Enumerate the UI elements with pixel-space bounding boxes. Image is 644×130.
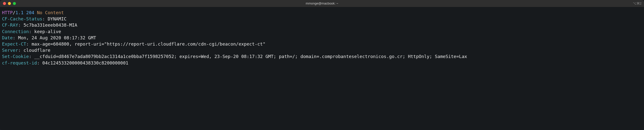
http-header-line: cf-request-id: 04c124533200000438330c820…	[2, 60, 642, 66]
http-status-line: HTTP/1.1 204 No Content	[2, 10, 642, 16]
http-protocol: HTTP	[2, 10, 13, 15]
http-header-value: cloudflare	[24, 48, 50, 53]
http-header-line: Expect-CT: max-age=604800, report-uri="h…	[2, 41, 642, 47]
http-header-value: DYNAMIC	[48, 16, 66, 21]
http-version: 1.1	[16, 10, 24, 15]
terminal-window: mmonge@macbook: ~ ⌥⌘2 HTTP/1.1 204 No Co…	[0, 0, 644, 130]
http-header-value: max-age=604800, report-uri="https://repo…	[32, 41, 266, 47]
zoom-icon[interactable]	[13, 2, 16, 5]
http-header-value: 04c124533200000438330c8200000001	[42, 60, 128, 66]
http-header-line: CF-Cache-Status: DYNAMIC	[2, 16, 642, 22]
http-header-name: Server	[2, 48, 18, 53]
colon: :	[37, 60, 42, 66]
http-header-value: __cfduid=d8467e7ada8079bb2ac1314a1ce0bba…	[34, 54, 467, 59]
http-header-name: CF-RAY	[2, 22, 18, 28]
colon: :	[42, 16, 48, 21]
colon: :	[29, 54, 34, 59]
http-status-code: 204	[26, 10, 34, 15]
http-header-line: CF-RAY: 5c7ba331eeeb0438-MIA	[2, 22, 642, 28]
window-titlebar[interactable]: mmonge@macbook: ~ ⌥⌘2	[0, 0, 644, 7]
http-header-line: Date: Mon, 24 Aug 2020 08:17:32 GMT	[2, 35, 642, 41]
http-header-name: cf-request-id	[2, 60, 37, 66]
colon: :	[29, 29, 34, 34]
close-icon[interactable]	[3, 2, 6, 5]
colon: :	[13, 35, 18, 40]
http-header-line: Set-Cookie: __cfduid=d8467e7ada8079bb2ac…	[2, 53, 642, 59]
window-title: mmonge@macbook: ~	[0, 1, 644, 6]
http-header-name: Set-Cookie	[2, 54, 29, 59]
terminal-output[interactable]: HTTP/1.1 204 No ContentCF-Cache-Status: …	[0, 7, 644, 130]
colon: :	[18, 22, 24, 28]
slash: /	[13, 10, 16, 15]
http-header-name: CF-Cache-Status	[2, 16, 42, 21]
http-header-name: Date	[2, 35, 13, 40]
traffic-lights	[0, 2, 16, 5]
http-header-value: keep-alive	[34, 29, 61, 34]
minimize-icon[interactable]	[8, 2, 11, 5]
colon: :	[26, 41, 32, 47]
http-status-reason: No Content	[37, 10, 64, 15]
http-header-line: Server: cloudflare	[2, 47, 642, 53]
http-header-value: 5c7ba331eeeb0438-MIA	[24, 22, 78, 28]
http-header-name: Expect-CT	[2, 41, 26, 47]
http-header-value: Mon, 24 Aug 2020 08:17:32 GMT	[18, 35, 96, 40]
session-indicator: ⌥⌘2	[633, 1, 642, 6]
http-header-name: Connection	[2, 29, 29, 34]
colon: :	[18, 48, 24, 53]
http-header-line: Connection: keep-alive	[2, 28, 642, 35]
